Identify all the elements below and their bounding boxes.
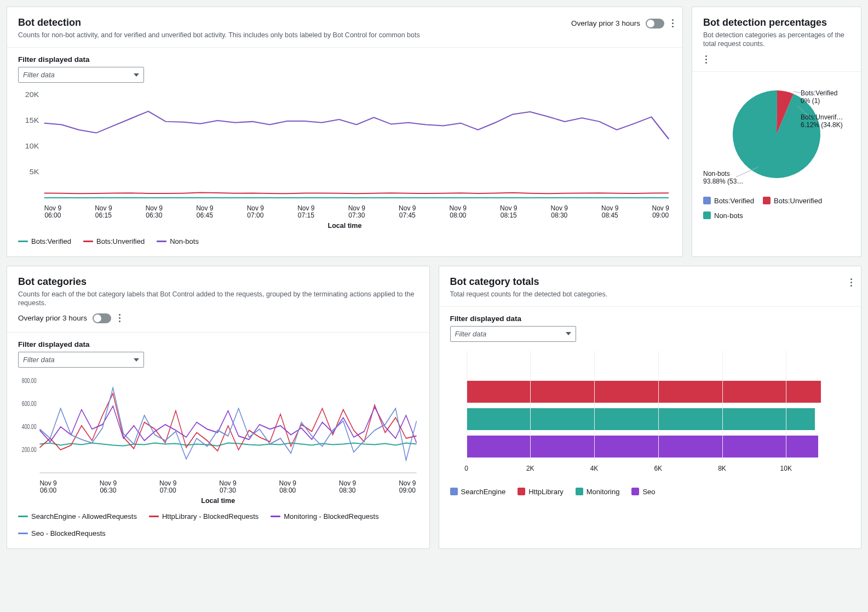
legend-label: Monitoring - BlockedRequests [284,512,378,521]
legend-label: Bots:Unverified [774,197,822,205]
x-axis-tick: Nov 906:15 [95,205,112,219]
overlay-label: Overlay prior 3 hours [571,19,640,27]
legend-item: Seo [631,488,655,496]
pie-label-unverified: Bots:Unverif…6.12% (34.8K) [801,113,850,129]
overlay-toggle[interactable] [93,313,111,323]
legend-item: SearchEngine [450,488,506,496]
x-axis-tick: Nov 907:00 [247,205,264,219]
legend-swatch [18,516,28,517]
x-axis-tick: Nov 906:30 [146,205,163,219]
legend-item: Non-bots [157,237,199,245]
x-axis-tick: 4K [590,465,599,472]
panel-bot-detection: Bot detection Counts for non-bot activit… [7,7,683,257]
filter-select[interactable]: Filter data [18,352,144,368]
x-axis-tick: Nov 908:30 [339,480,356,494]
bot-detection-chart: 5K10K15K20K Nov 906:00Nov 906:15Nov 906:… [18,91,671,229]
legend-swatch [631,488,639,495]
x-axis-tick: 10K [780,465,792,472]
overlay-toggle[interactable] [646,19,664,28]
x-axis-tick: Nov 907:30 [348,205,365,219]
chevron-down-icon [566,332,571,335]
legend-label: Seo [642,488,655,496]
legend-item: SearchEngine - AllowedRequests [18,512,137,521]
legend-item: Bots:Unverified [83,237,145,245]
legend-label: Bots:Unverified [96,237,145,245]
filter-select[interactable]: Filter data [18,67,144,83]
filter-label: Filter displayed data [450,314,850,323]
legend-label: Bots:Verified [714,197,754,205]
axis-label-local-time: Local time [18,222,671,230]
x-axis-tick: Nov 908:30 [551,205,568,219]
legend-label: Seo - BlockedRequests [31,529,106,537]
x-axis-tick: Nov 909:00 [652,205,669,219]
panel-menu-icon[interactable] [703,53,850,66]
pie-label-nonbots: Non-bots93.88% (53… [703,170,752,186]
panel-bot-category-totals: Bot category totals Total request counts… [439,266,862,549]
legend-item: Monitoring - BlockedRequests [271,512,378,521]
bot-detection-subtitle: Counts for non-bot activity, and for ver… [18,31,671,39]
x-axis-tick: Nov 907:15 [297,205,314,219]
x-axis-tick: Nov 908:00 [279,480,296,494]
x-axis-tick: Nov 908:15 [500,205,517,219]
panel-menu-icon[interactable] [848,276,854,289]
x-axis-tick: Nov 906:45 [196,205,213,219]
x-axis-tick: Nov 908:45 [601,205,618,219]
x-axis-tick: 0 [464,465,468,472]
legend-label: SearchEngine - AllowedRequests [31,512,137,521]
bar [467,408,815,430]
legend-label: Non-bots [714,211,743,220]
legend-swatch [703,197,711,204]
filter-placeholder: Filter data [23,71,55,79]
legend-swatch [149,516,159,517]
legend-swatch [703,211,711,219]
legend-swatch [576,488,583,495]
bot-categories-chart: 200.00400.00600.00800.00 Nov 906:00Nov 9… [18,378,418,504]
bot-categories-legend: SearchEngine - AllowedRequestsHttpLibrar… [18,512,418,537]
percentages-subtitle: Bot detection categories as percentages … [703,31,850,49]
x-axis-tick: Nov 906:00 [39,480,56,494]
legend-swatch [763,197,771,204]
bot-totals-chart: 02K4K6K8K10K [450,351,850,480]
chevron-down-icon [134,73,139,77]
legend-item: Bots:Verified [703,197,754,205]
x-axis-tick: Nov 907:30 [219,480,236,494]
pie-legend: Bots:VerifiedBots:UnverifiedNon-bots [703,197,850,220]
bot-totals-legend: SearchEngineHttpLibraryMonitoringSeo [450,488,850,496]
bar [467,436,818,457]
svg-text:800.00: 800.00 [22,378,37,384]
pie-label-verified: Bots:Verified0% (1) [801,89,850,105]
legend-item: Monitoring [576,488,620,496]
pie-chart: Bots:Verified0% (1) Bots:Unverif…6.12% (… [703,79,850,189]
x-axis-tick: Nov 908:00 [450,205,467,219]
legend-label: SearchEngine [461,488,506,496]
chevron-down-icon [134,358,139,362]
legend-item: HttpLibrary - BlockedRequests [149,512,258,521]
legend-label: Non-bots [170,237,199,245]
svg-text:400.00: 400.00 [22,423,37,431]
panel-menu-icon[interactable] [117,312,123,324]
svg-text:10K: 10K [25,142,39,150]
x-axis-tick: Nov 906:30 [100,480,117,494]
bot-totals-subtitle: Total request counts for the detected bo… [450,290,850,299]
panel-bot-categories: Bot categories Counts for each of the bo… [7,266,430,549]
svg-text:600.00: 600.00 [22,400,37,408]
legend-item: Non-bots [703,211,743,220]
legend-swatch [518,488,525,495]
svg-text:15K: 15K [25,117,39,124]
bar [467,381,821,403]
filter-select[interactable]: Filter data [450,326,576,342]
svg-text:5K: 5K [30,168,39,176]
bot-categories-subtitle: Counts for each of the bot category labe… [18,290,418,308]
legend-item: Bots:Verified [18,237,71,245]
legend-swatch [18,533,28,534]
axis-label-local-time: Local time [18,497,418,505]
legend-label: HttpLibrary [528,488,564,496]
legend-label: Monitoring [587,488,620,496]
bot-categories-title: Bot categories [18,276,418,288]
panel-menu-icon[interactable] [670,17,676,30]
bot-totals-title: Bot category totals [450,276,850,288]
legend-swatch [450,488,458,495]
legend-swatch [83,241,93,242]
legend-item: HttpLibrary [518,488,564,496]
x-axis-tick: Nov 907:00 [159,480,176,494]
